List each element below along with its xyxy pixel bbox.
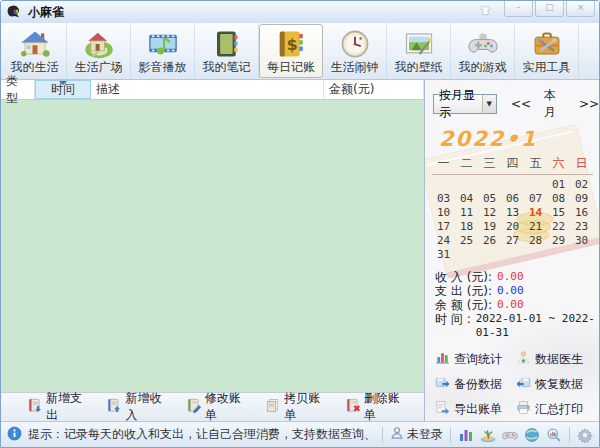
view-mode-select[interactable]: 按月显示 ▼ bbox=[433, 94, 497, 114]
toolbar-item[interactable]: 我的笔记 bbox=[195, 23, 259, 79]
calendar-day[interactable]: 11 bbox=[455, 206, 478, 219]
view-mode-value: 按月显示 bbox=[439, 87, 482, 121]
record-action-button[interactable]: 删除账单 bbox=[345, 390, 407, 424]
prev-month-button[interactable]: << bbox=[511, 97, 531, 111]
calendar-day[interactable]: 29 bbox=[547, 234, 570, 247]
calendar-day[interactable] bbox=[524, 248, 547, 261]
skin-button[interactable] bbox=[474, 3, 496, 19]
column-header[interactable]: 时间 bbox=[35, 80, 91, 99]
column-header[interactable]: 描述 bbox=[91, 80, 324, 99]
toolbar-item-label: 我的笔记 bbox=[203, 60, 251, 74]
window-title: 小麻雀 bbox=[28, 4, 64, 21]
calendar-day[interactable] bbox=[547, 248, 570, 261]
calendar-day[interactable]: 31 bbox=[432, 248, 455, 261]
calendar-day[interactable] bbox=[455, 248, 478, 261]
chart-icon[interactable] bbox=[458, 427, 474, 443]
toolbar-item[interactable]: $ 每日记账 bbox=[259, 24, 323, 78]
calendar-day[interactable]: 15 bbox=[547, 206, 570, 219]
calendar-day[interactable] bbox=[524, 178, 547, 191]
divider bbox=[382, 427, 383, 443]
calendar-day[interactable] bbox=[478, 178, 501, 191]
calendar-day[interactable]: 14 bbox=[524, 206, 547, 219]
toolbar-item[interactable]: 生活广场 bbox=[67, 23, 131, 79]
calendar-day[interactable]: 25 bbox=[455, 234, 478, 247]
calendar-day[interactable]: 18 bbox=[455, 220, 478, 233]
login-button[interactable]: 未登录 bbox=[390, 426, 443, 443]
panel-action-button[interactable]: 备份数据 bbox=[435, 375, 516, 393]
toolbar-item[interactable]: 我的生活 bbox=[3, 23, 67, 79]
gamepad-icon[interactable] bbox=[502, 427, 518, 443]
calendar-day[interactable]: 13 bbox=[501, 206, 524, 219]
calendar-day[interactable]: 10 bbox=[432, 206, 455, 219]
toolbar-item[interactable]: 我的壁纸 bbox=[387, 23, 451, 79]
calendar-day[interactable] bbox=[570, 248, 593, 261]
login-label: 未登录 bbox=[407, 426, 443, 443]
calendar-day[interactable] bbox=[501, 248, 524, 261]
record-action-button[interactable]: 修改账单 bbox=[186, 390, 248, 424]
restore-icon bbox=[516, 375, 531, 393]
toolbar-item[interactable]: 我的游戏 bbox=[451, 23, 515, 79]
globe-icon[interactable] bbox=[524, 427, 540, 443]
calendar-day[interactable]: 06 bbox=[501, 192, 524, 205]
calendar-day[interactable] bbox=[478, 248, 501, 261]
search-chart-icon[interactable] bbox=[546, 427, 562, 443]
calendar-day[interactable]: 03 bbox=[432, 192, 455, 205]
svg-text:$: $ bbox=[287, 35, 298, 54]
calendar-day[interactable]: 07 bbox=[524, 192, 547, 205]
calendar-day[interactable]: 23 bbox=[570, 220, 593, 233]
record-action-button[interactable]: 拷贝账单 bbox=[265, 390, 327, 424]
ledger-icon: $ bbox=[276, 28, 306, 60]
panel-action-button[interactable]: 汇总打印 bbox=[516, 400, 597, 418]
records-column: 类型 时间 描述 金额(元) 新增支出 bbox=[1, 80, 425, 421]
calendar-day[interactable]: 17 bbox=[432, 220, 455, 233]
panel-action-button[interactable]: 查询统计 bbox=[435, 350, 516, 368]
next-month-button[interactable]: >> bbox=[579, 97, 599, 111]
record-action-button[interactable]: 新增支出 bbox=[27, 390, 89, 424]
games-icon bbox=[468, 28, 498, 60]
calendar-day[interactable]: 08 bbox=[547, 192, 570, 205]
calendar-day[interactable]: 05 bbox=[478, 192, 501, 205]
add-expense-icon bbox=[27, 398, 42, 416]
close-button[interactable]: × bbox=[566, 1, 595, 17]
calendar-day[interactable]: 28 bbox=[524, 234, 547, 247]
panel-action-button[interactable]: 导出账单 bbox=[435, 400, 516, 418]
column-header[interactable]: 类型 bbox=[1, 80, 35, 99]
panel-action-button[interactable]: 恢复数据 bbox=[516, 375, 597, 393]
minimize-button[interactable]: – bbox=[504, 1, 533, 17]
settings-gear-icon[interactable] bbox=[577, 427, 593, 443]
record-action-button[interactable]: 新增收入 bbox=[106, 390, 168, 424]
calendar-day[interactable]: 21 bbox=[524, 220, 547, 233]
calendar-day[interactable] bbox=[501, 178, 524, 191]
toolbar-item-label: 我的游戏 bbox=[459, 60, 507, 74]
calendar-controls: 按月显示 ▼ << 本月 >> bbox=[425, 80, 599, 124]
calendar-day[interactable]: 27 bbox=[501, 234, 524, 247]
toolbar-item[interactable]: 生活闹钟 bbox=[323, 23, 387, 79]
travel-icon[interactable] bbox=[480, 427, 496, 443]
weekday-label: 二 bbox=[455, 155, 478, 172]
current-month-button[interactable]: 本月 bbox=[544, 87, 564, 121]
calendar-day[interactable] bbox=[432, 178, 455, 191]
calendar-day[interactable]: 02 bbox=[570, 178, 593, 191]
calendar-day[interactable]: 16 bbox=[570, 206, 593, 219]
wallpaper-icon bbox=[404, 28, 434, 60]
column-header[interactable]: 金额(元) bbox=[324, 80, 424, 99]
calendar-day[interactable]: 09 bbox=[570, 192, 593, 205]
toolbar-item[interactable]: 影音播放 bbox=[131, 23, 195, 79]
calendar-day[interactable]: 26 bbox=[478, 234, 501, 247]
calendar-day[interactable]: 20 bbox=[501, 220, 524, 233]
app-window: 小麻雀 – □ × 我的生活 生活广场 影音播放 bbox=[0, 0, 600, 448]
calendar-day[interactable]: 04 bbox=[455, 192, 478, 205]
calendar-day[interactable]: 22 bbox=[547, 220, 570, 233]
calendar-day[interactable]: 19 bbox=[478, 220, 501, 233]
maximize-button[interactable]: □ bbox=[535, 1, 564, 17]
calendar-day[interactable]: 30 bbox=[570, 234, 593, 247]
record-action-label: 修改账单 bbox=[205, 390, 248, 424]
calendar-day[interactable]: 12 bbox=[478, 206, 501, 219]
weekday-label: 六 bbox=[547, 155, 570, 172]
panel-action-button[interactable]: 数据医生 bbox=[516, 350, 597, 368]
home-icon bbox=[20, 28, 50, 60]
calendar-day[interactable]: 24 bbox=[432, 234, 455, 247]
calendar-day[interactable] bbox=[455, 178, 478, 191]
calendar-day[interactable]: 01 bbox=[547, 178, 570, 191]
toolbar-item[interactable]: 实用工具 bbox=[515, 23, 579, 79]
